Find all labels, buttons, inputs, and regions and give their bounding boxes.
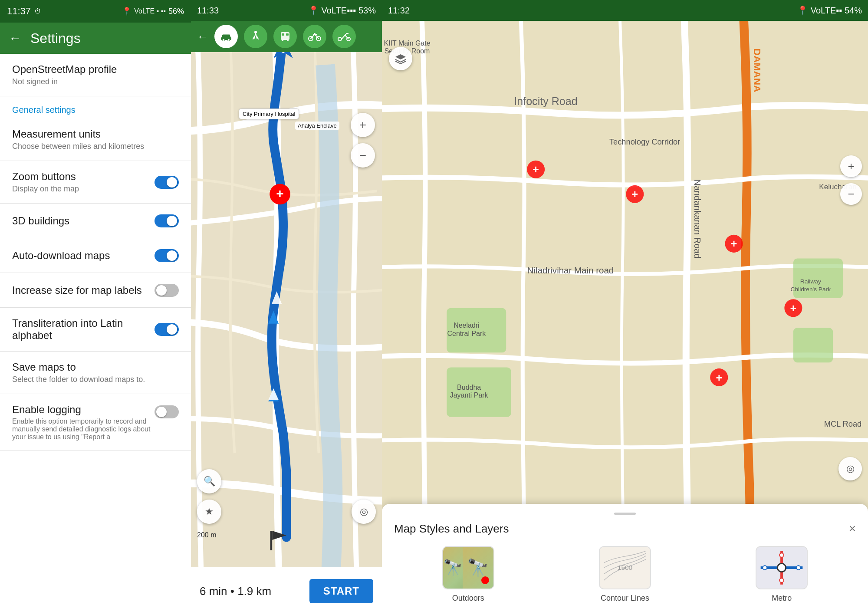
search-icon: 🔍 [204, 476, 215, 487]
map3-zoom-plus-button[interactable]: + [840, 155, 862, 177]
nav-back-button[interactable]: ← [197, 30, 208, 43]
save-maps-text: Save maps to Select the folder to downlo… [12, 361, 179, 384]
3d-buildings-toggle[interactable] [155, 214, 179, 227]
start-button[interactable]: START [309, 579, 373, 603]
3d-buildings-title: 3D buildings [12, 215, 155, 227]
nav-duration-distance: 6 min • 1.9 km [200, 585, 271, 598]
enable-logging-item[interactable]: Enable logging Enable this option tempor… [0, 394, 191, 451]
map3-status-bar: 11:32 📍 VoLTE▪▪ 54% [382, 0, 868, 21]
svg-point-2 [228, 39, 230, 41]
settings-list: OpenStreetMap profile Not signed in Gene… [0, 54, 191, 615]
svg-point-1 [223, 39, 225, 41]
profile-title: OpenStreetMap profile [12, 63, 179, 76]
transliteration-item[interactable]: Transliteration into Latin alphabet [0, 308, 191, 352]
auto-download-toggle[interactable] [155, 249, 179, 262]
svg-rect-6 [286, 33, 289, 36]
3d-buildings-text: 3D buildings [12, 215, 155, 227]
hospital-label: City Primary Hospital [239, 109, 299, 119]
svg-text:1500: 1500 [618, 564, 632, 571]
nav-mode-car[interactable] [214, 25, 238, 48]
nav-mode-scooter[interactable] [332, 25, 356, 48]
zoom-minus-icon: − [359, 148, 366, 162]
map-style-metro[interactable]: Metro [756, 546, 808, 603]
map-search-button[interactable]: 🔍 [197, 469, 221, 493]
map-styles-panel: 11:32 📍 VoLTE▪▪ 54% [382, 0, 868, 615]
svg-text:Jayanti Park: Jayanti Park [450, 391, 488, 399]
auto-download-item[interactable]: Auto-download maps [0, 238, 191, 273]
map3-time: 11:32 [388, 6, 410, 16]
app-bar-settings: ← Settings [0, 23, 191, 54]
zoom-buttons-title: Zoom buttons [12, 171, 155, 183]
nav-mode-bike[interactable] [303, 25, 326, 48]
svg-rect-5 [282, 33, 284, 36]
svg-text:MCL Road: MCL Road [824, 419, 862, 428]
close-bottom-sheet-button[interactable]: × [849, 522, 856, 536]
map-bookmark-button[interactable]: ★ [197, 500, 221, 524]
map-labels-size-title: Increase size for map labels [12, 284, 155, 296]
map3-zoom-plus-icon: + [848, 160, 854, 173]
svg-point-63 [763, 566, 767, 570]
svg-point-8 [287, 39, 289, 41]
bottom-sheet-handle [614, 513, 636, 515]
map-styles-grid: 🔭 Outdoors 1500 [394, 546, 856, 603]
metro-thumbnail [756, 546, 808, 589]
svg-text:+: + [790, 302, 797, 314]
svg-text:Nandankanan Road: Nandankanan Road [693, 179, 703, 259]
zoom-minus-button[interactable]: − [351, 143, 375, 168]
svg-text:+: + [731, 238, 737, 250]
status-icons: 📍 VoLTE ▪ ▪▪ 56% [122, 7, 184, 16]
measurement-units-text: Measurement units Choose between miles a… [12, 128, 179, 151]
svg-text:Niladrivihar Main road: Niladrivihar Main road [527, 265, 614, 275]
map3-location-icon: ◎ [846, 463, 855, 474]
scale-label: 200 m [197, 531, 216, 539]
save-maps-subtitle: Select the folder to download maps to. [12, 375, 179, 384]
zoom-buttons-item[interactable]: Zoom buttons Display on the map [0, 161, 191, 204]
measurement-units-item[interactable]: Measurement units Choose between miles a… [0, 118, 191, 161]
enable-logging-toggle[interactable] [155, 405, 179, 418]
map-location-button[interactable]: ◎ [352, 500, 376, 524]
nav-bottom-bar: 6 min • 1.9 km START [191, 567, 382, 615]
measurement-units-subtitle: Choose between miles and kilometres [12, 142, 179, 151]
svg-point-64 [796, 566, 801, 570]
map3-gps-icon: 📍 [797, 6, 808, 15]
general-settings-header: General settings [0, 96, 191, 118]
nav-mode-bus[interactable] [273, 25, 297, 48]
map3-background: + + + + + Infocity Road DAMANA Nandankan… [382, 21, 868, 615]
map-style-contour[interactable]: 1500 Contour Lines [599, 546, 651, 603]
map-style-outdoors[interactable]: 🔭 Outdoors [442, 546, 494, 603]
zoom-plus-button[interactable]: + [351, 113, 375, 137]
transliteration-toggle[interactable] [155, 323, 179, 336]
settings-title: Settings [30, 30, 81, 46]
map-labels-size-toggle[interactable] [155, 284, 179, 297]
ahalya-label: Ahalya Enclave [295, 122, 339, 130]
zoom-buttons-toggle[interactable] [155, 176, 179, 189]
signal-icon: VoLTE ▪ ▪▪ [134, 7, 166, 15]
zoom-buttons-text: Zoom buttons Display on the map [12, 171, 155, 194]
outdoors-thumbnail: 🔭 [442, 546, 494, 589]
nav-status-bar: 11:33 📍 VoLTE▪▪▪ 53% [191, 0, 382, 21]
map-layers-button[interactable] [389, 47, 412, 70]
nav-mode-walk[interactable] [244, 25, 267, 48]
profile-item-text: OpenStreetMap profile Not signed in [12, 63, 179, 86]
map-labels-size-item[interactable]: Increase size for map labels [0, 273, 191, 308]
svg-point-66 [779, 578, 784, 582]
profile-item[interactable]: OpenStreetMap profile Not signed in [0, 54, 191, 96]
gps-icon: 📍 [122, 7, 132, 16]
save-maps-item[interactable]: Save maps to Select the folder to downlo… [0, 352, 191, 394]
location-icon: ◎ [360, 506, 368, 517]
svg-text:Infocity Road: Infocity Road [514, 95, 577, 107]
3d-buildings-item[interactable]: 3D buildings [0, 204, 191, 238]
map3-zoom-minus-button[interactable]: − [840, 183, 862, 205]
back-button[interactable]: ← [9, 31, 22, 46]
nav-battery: 53% [358, 6, 376, 15]
svg-text:Central Park: Central Park [447, 330, 486, 337]
svg-text:+: + [716, 372, 722, 384]
contour-label: Contour Lines [601, 594, 649, 603]
svg-point-65 [779, 553, 784, 557]
time-display: 11:37 [7, 6, 31, 17]
map-svg: + [191, 0, 382, 615]
bottom-sheet-header: Map Styles and Layers × [394, 522, 856, 536]
svg-point-62 [779, 566, 784, 570]
map3-location-button[interactable]: ◎ [838, 457, 862, 480]
enable-logging-text: Enable logging Enable this option tempor… [12, 404, 155, 441]
